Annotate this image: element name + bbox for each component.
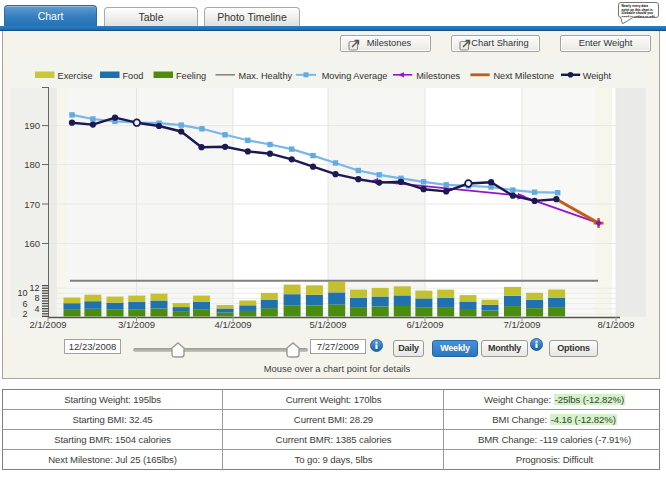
svg-text:Food: Food <box>123 71 144 81</box>
svg-text:Next Milestone: Next Milestone <box>493 71 554 81</box>
svg-text:2/1/2009: 2/1/2009 <box>30 319 67 330</box>
svg-text:190: 190 <box>24 120 40 131</box>
svg-text:170: 170 <box>24 199 40 210</box>
svg-text:160: 160 <box>24 238 40 249</box>
svg-text:3/1/2009: 3/1/2009 <box>118 319 155 330</box>
svg-text:8: 8 <box>34 293 39 303</box>
svg-text:Max. Healthy: Max. Healthy <box>239 71 293 81</box>
svg-text:5/1/2009: 5/1/2009 <box>310 319 347 330</box>
svg-text:6: 6 <box>22 299 27 309</box>
svg-text:Feeling: Feeling <box>176 71 206 81</box>
svg-text:180: 180 <box>24 159 40 170</box>
svg-text:4/1/2009: 4/1/2009 <box>215 319 252 330</box>
svg-text:12: 12 <box>29 283 39 293</box>
svg-text:Moving Average: Moving Average <box>322 71 388 81</box>
svg-text:4: 4 <box>34 304 39 314</box>
svg-text:8/1/2009: 8/1/2009 <box>598 319 635 330</box>
svg-text:2: 2 <box>22 309 27 319</box>
svg-text:6/1/2009: 6/1/2009 <box>407 319 444 330</box>
svg-text:Weight: Weight <box>583 71 612 81</box>
svg-text:Milestones: Milestones <box>416 71 460 81</box>
svg-text:Exercise: Exercise <box>58 71 93 81</box>
svg-text:10: 10 <box>17 288 27 298</box>
svg-text:7/1/2009: 7/1/2009 <box>504 319 541 330</box>
